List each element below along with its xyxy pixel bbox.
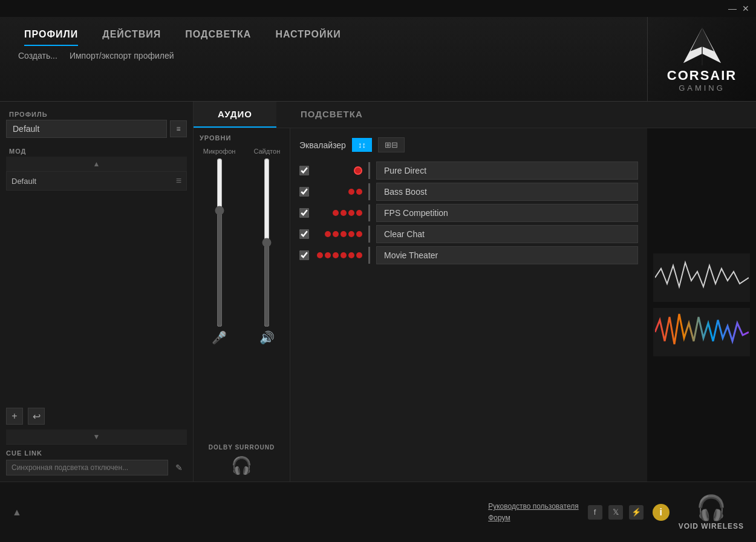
- panel-tabs: АУДИО ПОДСВЕТКА: [194, 102, 756, 128]
- mod-list: Default ≡: [6, 171, 187, 403]
- user-guide-link[interactable]: Руководство пользователя: [488, 502, 578, 511]
- preset-checkbox-movie-theater[interactable]: [299, 250, 309, 260]
- levels-title: УРОВНИ: [200, 134, 231, 142]
- profile-section-label: ПРОФИЛЬ: [6, 108, 187, 120]
- preset-input-fps-competition[interactable]: [376, 204, 638, 222]
- profile-dropdown[interactable]: Default: [6, 120, 167, 138]
- eq-grid-button[interactable]: ⊞⊟: [378, 137, 405, 152]
- scroll-down-button[interactable]: ▼: [6, 429, 187, 444]
- preset-dots-fps-competition: [314, 210, 362, 216]
- sidetone-slider-col: Сайдтон 🔊: [253, 148, 280, 345]
- preset-input-pure-direct[interactable]: [376, 162, 638, 180]
- dot-1: [333, 210, 339, 216]
- sidebar-actions: + ↩: [6, 403, 187, 429]
- add-mod-button[interactable]: +: [6, 408, 23, 425]
- eq-panel: Эквалайзер ↕↕ ⊞⊟: [290, 128, 647, 482]
- preset-checkbox-pure-direct[interactable]: [299, 166, 309, 175]
- preset-row-bass-boost: [299, 183, 638, 201]
- dolby-section: DOLBY SURROUND 🎧: [209, 444, 275, 475]
- corsair-logo-icon: [678, 25, 726, 68]
- waveform-white: [653, 253, 750, 302]
- preset-input-movie-theater[interactable]: [376, 246, 638, 264]
- nav-actions[interactable]: ДЕЙСТВИЯ: [90, 24, 173, 45]
- dot-3: [348, 210, 354, 216]
- preset-dots-bass-boost: [314, 189, 362, 195]
- nav-settings[interactable]: НАСТРОЙКИ: [263, 24, 353, 45]
- import-mod-button[interactable]: ↩: [28, 408, 45, 425]
- preset-divider-movie-theater: [368, 247, 370, 264]
- nav-lighting[interactable]: ПОДСВЕТКА: [173, 24, 263, 45]
- dot-2: [356, 189, 362, 195]
- twitter-icon[interactable]: 𝕏: [608, 505, 623, 520]
- dot-4: [348, 231, 354, 237]
- waveform-color-svg: [655, 311, 749, 353]
- cue-link-dropdown[interactable]: Синхронная подсветка отключен...: [6, 460, 168, 475]
- nav-profiles[interactable]: ПРОФИЛИ: [12, 24, 90, 45]
- dot-1: [317, 252, 323, 258]
- discord-icon[interactable]: ⚡: [629, 505, 644, 520]
- preset-divider-clear-chat: [368, 226, 370, 243]
- dolby-label: DOLBY SURROUND: [209, 444, 275, 451]
- eq-label: Эквалайзер: [299, 140, 346, 150]
- dot-1: [325, 231, 331, 237]
- nav-area: ПРОФИЛИ ДЕЙСТВИЯ ПОДСВЕТКА НАСТРОЙКИ Соз…: [0, 17, 647, 101]
- sidetone-label: Сайдтон: [253, 148, 280, 155]
- bottom-bar: ▲ Руководство пользователя Форум f 𝕏 ⚡ i…: [0, 482, 756, 542]
- minimize-button[interactable]: —: [727, 3, 738, 14]
- sidetone-slider[interactable]: [261, 158, 273, 327]
- mic-icon: 🎤: [212, 330, 227, 345]
- mod-item-menu-icon[interactable]: ≡: [176, 175, 181, 186]
- preset-dots-clear-chat: [314, 231, 362, 237]
- dot-3: [341, 231, 347, 237]
- mod-item-default[interactable]: Default ≡: [6, 171, 187, 191]
- preset-checkbox-bass-boost[interactable]: [299, 187, 309, 197]
- scroll-up-button[interactable]: ▲: [6, 157, 187, 171]
- eq-header: Эквалайзер ↕↕ ⊞⊟: [299, 137, 638, 152]
- eq-waveform-area: Эквалайзер ↕↕ ⊞⊟: [290, 128, 756, 482]
- preset-checkbox-clear-chat[interactable]: [299, 229, 309, 239]
- profile-menu-button[interactable]: ≡: [170, 120, 187, 137]
- eq-sliders-icon: ↕↕: [358, 140, 366, 149]
- dot-4: [341, 252, 347, 258]
- dot-2: [341, 210, 347, 216]
- tab-backlight[interactable]: ПОДСВЕТКА: [276, 102, 387, 128]
- speaker-icon: 🔊: [259, 330, 275, 345]
- cue-edit-button[interactable]: ✎: [171, 460, 187, 475]
- sub-nav-import[interactable]: Импорт/экспорт профилей: [70, 51, 174, 60]
- preset-divider-fps-competition: [368, 204, 370, 221]
- preset-row-clear-chat: [299, 225, 638, 243]
- eq-advanced-button[interactable]: ↕↕: [352, 138, 372, 152]
- preset-divider-pure-direct: [368, 162, 370, 179]
- tab-audio[interactable]: АУДИО: [194, 102, 276, 128]
- mic-slider[interactable]: [213, 158, 226, 327]
- dot-2: [333, 231, 339, 237]
- dot-5: [348, 252, 354, 258]
- dot-1: [348, 189, 354, 195]
- forum-link[interactable]: Форум: [488, 514, 578, 522]
- mod-section-label: МОД: [6, 143, 187, 157]
- logo-brand: CORSAIR: [667, 68, 737, 83]
- preset-input-clear-chat[interactable]: [376, 225, 638, 243]
- radio-dot-pure-direct: [354, 166, 362, 175]
- audio-layout: УРОВНИ Микрофон 🎤 Сайдтон 🔊: [194, 128, 756, 482]
- headset-icon: 🎧: [696, 494, 726, 522]
- dot-5: [356, 231, 362, 237]
- social-icons: f 𝕏 ⚡: [588, 505, 644, 520]
- info-badge[interactable]: i: [653, 504, 670, 521]
- expand-icon[interactable]: ▲: [12, 507, 22, 518]
- close-button[interactable]: ✕: [740, 3, 751, 14]
- dolby-headset-icon: 🎧: [231, 455, 252, 475]
- profile-select-row: Default ≡: [6, 120, 187, 138]
- logo-area: CORSAIR GAMING: [647, 17, 756, 101]
- waveform-area: [647, 128, 756, 482]
- facebook-icon[interactable]: f: [588, 505, 602, 520]
- right-panel: АУДИО ПОДСВЕТКА УРОВНИ Микрофон 🎤: [194, 102, 756, 482]
- preset-row-fps-competition: [299, 204, 638, 222]
- preset-checkbox-fps-competition[interactable]: [299, 208, 309, 218]
- sidebar: ПРОФИЛЬ Default ≡ МОД ▲ Default ≡ + ↩ ▼: [0, 102, 194, 482]
- bottom-right: Руководство пользователя Форум f 𝕏 ⚡ i 🎧…: [488, 494, 744, 531]
- cue-link-row: Синхронная подсветка отключен... ✎: [6, 460, 187, 475]
- preset-input-bass-boost[interactable]: [376, 183, 638, 201]
- preset-row-pure-direct: [299, 162, 638, 180]
- sub-nav-create[interactable]: Создать...: [18, 51, 57, 60]
